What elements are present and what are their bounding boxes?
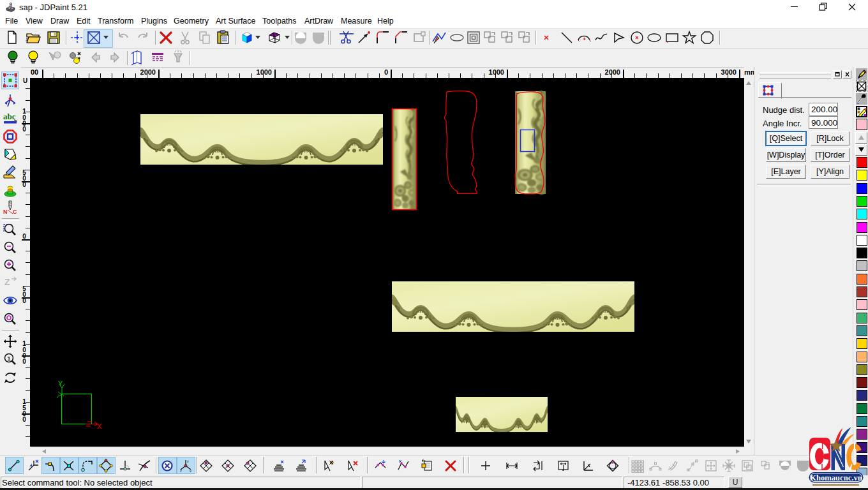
svg-text:X: X <box>97 422 102 430</box>
svg-text:y: y <box>180 468 182 472</box>
svg-text:z: z <box>187 459 189 463</box>
svg-text:x: x <box>190 469 191 473</box>
svg-text:Khomaucnc.vn: Khomaucnc.vn <box>810 473 862 482</box>
svg-text:1: 1 <box>8 355 11 362</box>
svg-text:Z: Z <box>4 277 10 287</box>
svg-text:Y: Y <box>58 380 63 387</box>
svg-text:N: N <box>3 209 8 215</box>
svg-text:C: C <box>13 209 17 215</box>
svg-text:abc: abc <box>3 112 16 121</box>
